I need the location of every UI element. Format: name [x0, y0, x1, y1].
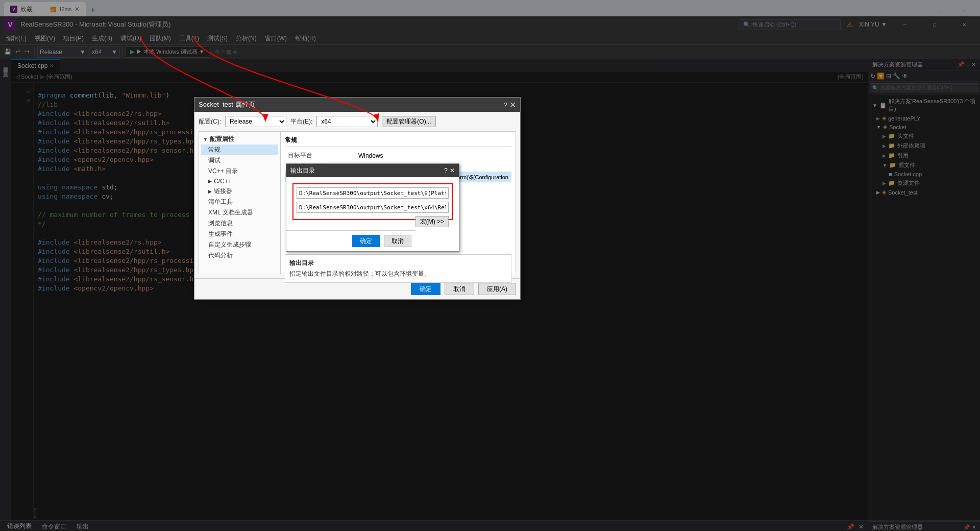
sub-cancel-btn[interactable]: 取消 [384, 235, 411, 247]
arrow-icon: ▶ [208, 189, 212, 194]
config-manager-btn[interactable]: 配置管理器(O)... [382, 116, 435, 127]
platform-label: 平台(E): [290, 117, 312, 126]
dialog-cancel-btn[interactable]: 取消 [445, 283, 474, 295]
config-select[interactable]: Release [225, 116, 286, 127]
output-dir-dialog: 输出目录 ? ✕ 宏(M) >> 确定 取消 [286, 163, 459, 252]
dialog-ok-btn[interactable]: 确定 [411, 283, 440, 295]
dialog-tree: ▼ 配置属性 常规 调试 VC++ 目录 ▶ C/C++ [199, 132, 281, 274]
props-section-title: 常规 [285, 136, 511, 147]
dialog-help-btn[interactable]: ? [504, 101, 507, 109]
platform-select[interactable]: x64 [316, 116, 378, 127]
dialog-apply-btn[interactable]: 应用(A) [478, 283, 516, 295]
sub-dialog-title: 输出目录 [290, 166, 315, 175]
dialog-tree-item-root[interactable]: ▼ 配置属性 [201, 134, 278, 144]
dialog-tree-item-build-events[interactable]: 生成事件 [201, 229, 278, 239]
output-dir-input2[interactable] [297, 202, 449, 213]
arrow-icon: ▶ [208, 179, 212, 184]
dialog-tree-item-cpp[interactable]: ▶ C/C++ [201, 177, 278, 186]
dialog-titlebar: Socket_test 属性页 ? ✕ [194, 98, 520, 112]
sub-ok-btn[interactable]: 确定 [352, 235, 380, 247]
dialog-title: Socket_test 属性页 [199, 100, 255, 109]
dialog-tree-item-debug[interactable]: 调试 [201, 155, 278, 166]
sub-dialog-titlebar: 输出目录 ? ✕ [286, 164, 459, 177]
output-dir-input1[interactable] [297, 187, 449, 199]
dialog-tree-item-custom[interactable]: 自定义生成步骤 [201, 239, 278, 250]
dialog-close-btn[interactable]: ✕ [509, 100, 516, 110]
prop-target-platform: 目标平台 Windows [285, 150, 511, 161]
dialog-tree-item-manifest[interactable]: 清单工具 [201, 197, 278, 207]
dialog-description: 输出目录 指定输出文件目录的相对路径；可以包含环境变量。 [285, 254, 511, 283]
sub-close-btn[interactable]: ✕ [450, 167, 455, 174]
dialog-tree-item-xml[interactable]: XML 文档生成器 [201, 207, 278, 218]
dialog-tree-item-linker[interactable]: ▶ 链接器 [201, 186, 278, 197]
dialog-tree-item-vc[interactable]: VC++ 目录 [201, 166, 278, 177]
dialog-tree-item-browse[interactable]: 浏览信息 [201, 218, 278, 229]
sub-dialog-footer: 确定 取消 [286, 230, 415, 251]
sub-dialog-body: 宏(M) >> [286, 177, 459, 230]
macros-btn[interactable]: 宏(M) >> [415, 216, 449, 227]
sub-help-btn[interactable]: ? [444, 167, 448, 174]
arrow-icon: ▼ [203, 137, 208, 142]
dialog-tree-item-analysis[interactable]: 代码分析 [201, 250, 278, 261]
dialog-tree-item-general[interactable]: 常规 [201, 144, 278, 155]
config-label: 配置(C): [199, 117, 221, 126]
modal-overlay: Socket_test 属性页 ? ✕ 配置(C): Release 平台(E)… [0, 0, 980, 531]
